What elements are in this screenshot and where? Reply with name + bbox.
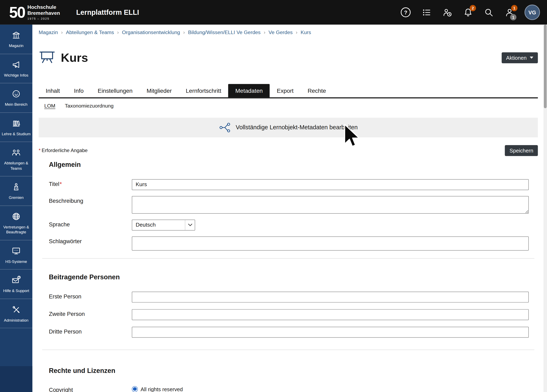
schlagwoerter-input[interactable] [132,236,529,250]
form-row-dritte-person: Dritte Person [49,326,529,338]
books-icon [12,119,21,128]
save-button[interactable]: Speichern [505,145,538,156]
tab-metadaten[interactable]: Metadaten [228,84,270,97]
page-title: Kurs [61,51,88,65]
sidebar-item-gremien[interactable]: Gremien [0,176,33,206]
breadcrumb-item[interactable]: Ve Gerdes [269,30,293,35]
scrollbar-thumb[interactable] [544,25,547,108]
search-button[interactable] [483,7,494,18]
notifications-button[interactable]: 2 [462,7,473,18]
notifications-badge: 2 [470,5,476,11]
sidebar-item-hs-systeme[interactable]: HS-Systeme [0,240,33,270]
erste-person-input[interactable] [132,291,529,302]
tab-bar: Inhalt Info Einstellungen Mitglieder Ler… [39,84,538,98]
sidebar-item-administration[interactable]: Administration [0,299,33,328]
dritte-person-input[interactable] [132,326,529,338]
form-beitragende-personen: Erste Person Zweite Person Dritte Person [49,291,529,338]
breadcrumb-item[interactable]: Organisationsentwicklung [122,30,180,35]
monitor-icon [12,246,21,256]
contacts-badge-total: 1 [510,14,516,20]
chevron-down-icon [530,57,533,59]
contacts-button[interactable]: 1 1 [504,7,515,18]
tab-mitglieder[interactable]: Mitglieder [140,84,179,97]
titel-label: Titel* [49,179,132,187]
copyright-label: Copyright [49,385,132,392]
required-hint: *Erforderliche Angabe [39,148,88,153]
logo-50: 50 [9,5,25,20]
building-columns-icon [12,31,21,40]
breadcrumb-separator: › [260,30,269,35]
breadcrumb-item[interactable]: Magazin [39,30,58,35]
mail-help-icon [12,276,21,285]
sprache-selected-value: Deutsch [136,222,156,228]
tab-inhalt[interactable]: Inhalt [39,84,67,97]
megaphone-icon [12,60,21,69]
beschreibung-label: Beschreibung [49,196,132,204]
section-divider [42,258,534,259]
vertical-scrollbar [544,25,547,392]
top-header: 50 Hochschule Bremerhaven 1975 – 2025 Le… [0,0,547,25]
hochschule-bremerhaven-logo[interactable]: 50 Hochschule Bremerhaven 1975 – 2025 [9,4,60,20]
tab-info[interactable]: Info [67,84,91,97]
app-title: Lernplattform ELLI [76,8,139,16]
dritte-person-label: Dritte Person [49,326,132,335]
form-row-erste-person: Erste Person [49,291,529,302]
schlagwoerter-label: Schlagwörter [49,236,132,244]
tab-einstellungen[interactable]: Einstellungen [91,84,140,97]
zweite-person-label: Zweite Person [49,309,132,317]
sidebar-item-vertretungen-beauftragte[interactable]: Vertretungen & Beauftragte [0,206,33,240]
sidebar-item-wichtige-infos[interactable]: Wichtige Infos [0,54,33,83]
main-sidebar: Magazin Wichtige Infos Mein Bereich Le [0,25,33,392]
breadcrumb-separator: › [114,30,122,35]
erste-person-label: Erste Person [49,291,132,299]
form-row-zweite-person: Zweite Person [49,309,529,320]
person-clock-icon [443,7,452,17]
help-button[interactable]: ? [400,7,411,18]
form-allgemein: Titel* Beschreibung Sprache Deutsch [49,179,529,250]
edit-full-metadata-banner[interactable]: Vollständige Lernobjekt-Metadaten bearbe… [39,118,538,137]
tab-rechte[interactable]: Rechte [301,84,333,97]
user-avatar[interactable]: VG [524,5,540,20]
metadata-hub-icon [219,122,231,133]
page-title-row: Kurs Aktionen [39,43,538,73]
breadcrumb-item[interactable]: Kurs [301,30,311,35]
sidebar-item-hilfe-support[interactable]: Hilfe & Support [0,270,33,299]
header-actions: ? 2 [400,5,540,20]
smiley-icon [12,89,21,99]
form-row-titel: Titel* [49,179,529,190]
sidebar-item-mein-bereich[interactable]: Mein Bereich [0,83,33,113]
sidebar-footer [0,366,33,392]
breadcrumb-separator: › [293,30,301,35]
beschreibung-textarea[interactable] [132,196,529,214]
tab-lernfortschritt[interactable]: Lernfortschritt [179,84,228,97]
tab-export[interactable]: Export [270,84,301,97]
breadcrumb-separator: › [58,30,66,35]
list-icon [422,7,431,17]
sidebar-item-lehre-studium[interactable]: Lehre & Studium [0,113,33,142]
awareness-button[interactable] [441,7,453,18]
sprache-select[interactable]: Deutsch [132,219,195,230]
zweite-person-input[interactable] [132,309,529,320]
subtab-taxonomiezuordnung[interactable]: Taxonomiezuordnung [65,103,114,108]
todo-list-button[interactable] [421,7,432,18]
actions-button[interactable]: Aktionen [502,52,538,63]
contacts-badge-new: 1 [511,5,517,11]
people-icon [12,148,21,157]
breadcrumb-item[interactable]: Bildung/Wissen/ELLI Ve Gerdes [188,30,260,35]
form-row-schlagwoerter: Schlagwörter [49,236,529,250]
titel-input[interactable] [132,179,529,190]
sidebar-item-magazin[interactable]: Magazin [0,25,33,54]
subtab-bar: LOM Taxonomiezuordnung [39,103,538,108]
subtab-lom[interactable]: LOM [44,103,55,108]
breadcrumb-item[interactable]: Abteilungen & Teams [66,30,114,35]
sprache-label: Sprache [49,219,132,227]
breadcrumb-separator: › [180,30,188,35]
section-heading-rechte-lizenzen: Rechte und Lizenzen [49,367,538,375]
section-heading-allgemein: Allgemein [49,161,538,169]
all-rights-reserved-radio[interactable] [132,386,138,392]
sidebar-item-abteilungen-teams[interactable]: Abteilungen & Teams [0,142,33,176]
help-icon: ? [401,7,411,17]
lectern-icon [12,182,21,192]
app-root: 50 Hochschule Bremerhaven 1975 – 2025 Le… [0,0,547,392]
globe-icon [12,212,21,221]
